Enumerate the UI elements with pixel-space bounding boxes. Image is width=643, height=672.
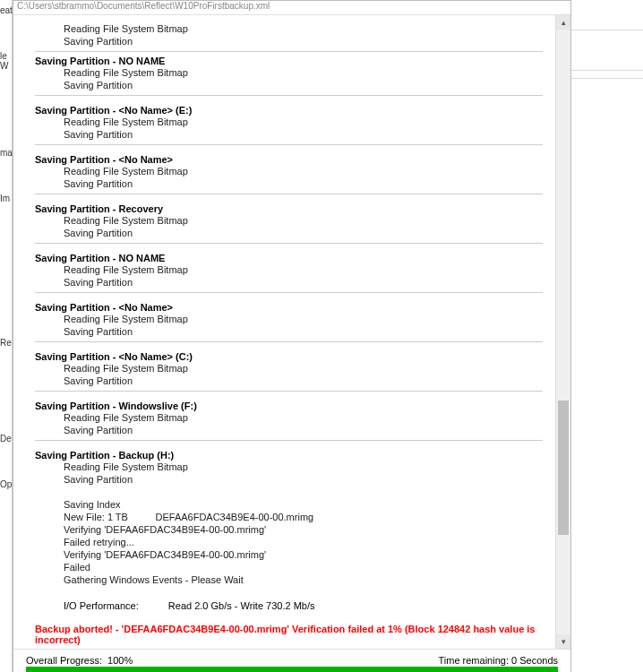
section-title: Saving Partition - <No Name> (C:) (35, 348, 543, 362)
background-sidebar-fragment: eat le W ma Im Re De Op (0, 0, 13, 672)
bg-text: Re (0, 338, 12, 348)
detail-line: Failed (64, 561, 543, 573)
bg-text: Im (0, 194, 12, 203)
bg-text: Op (0, 479, 12, 489)
log-area: Reading File System Bitmap Saving Partit… (13, 15, 555, 649)
section-title: Saving Partition - <No Name> (35, 298, 543, 313)
section-sub-line: Reading File System Bitmap (35, 165, 543, 177)
section-sub-line: Saving Partition (35, 128, 543, 141)
log-section: Saving Partition - <No Name> (C:)Reading… (35, 348, 543, 392)
section-sub-line: Saving Partition (35, 325, 543, 338)
log-section: Saving Partition - Windowslive (F:)Readi… (35, 397, 543, 441)
section-title: Saving Partition - Recovery (35, 200, 543, 214)
log-section: Saving Partition - <No Name>Reading File… (35, 298, 543, 342)
section-sub-line: Saving Partition (35, 79, 543, 91)
bg-text: De (0, 434, 12, 444)
section-sub-line: Reading File System Bitmap (35, 66, 543, 79)
log-section: Saving Partition - Backup (H:)Reading Fi… (35, 446, 543, 486)
detail-line: Verifying 'DEFAA6FDAC34B9E4-00-00.mrimg' (64, 523, 543, 536)
section-sub-line: Reading File System Bitmap (35, 116, 543, 128)
bg-text: le W (0, 51, 12, 71)
section-sub-line: Reading File System Bitmap (35, 263, 543, 276)
log-section: Saving Partition - NO NAMEReading File S… (35, 249, 543, 293)
bg-text: eat (0, 5, 12, 15)
io-performance: I/O Performance: Read 2.0 Gb/s - Write 7… (35, 600, 543, 611)
definition-path: C:\Users\stbrammo\Documents\Reflect\W10P… (13, 1, 570, 15)
io-label: I/O Performance: (64, 600, 139, 611)
section-sub-line: Reading File System Bitmap (35, 461, 543, 473)
log-scrollbar[interactable]: ▴ ▾ (555, 15, 570, 649)
section-sub-line: Saving Partition (35, 473, 543, 486)
overall-time-label: Time remaining: (439, 655, 509, 666)
progress-area: Overall Progress: 100% Time remaining: 0… (13, 649, 570, 672)
log-section: Saving Partition - NO NAMEReading File S… (35, 52, 543, 96)
section-sub-line: Reading File System Bitmap (35, 411, 543, 424)
backup-dialog: C:\Users\stbrammo\Documents\Reflect\W10P… (13, 0, 571, 672)
section-sub-line: Saving Partition (35, 424, 543, 436)
detail-line: Verifying 'DEFAA6FDAC34B9E4-00-00.mrimg' (64, 548, 543, 561)
detail-line: Failed retrying... (64, 536, 543, 548)
section-sub-line: Saving Partition (35, 227, 543, 239)
scroll-thumb[interactable] (558, 401, 569, 535)
overall-value: 100% (107, 655, 133, 666)
io-value: Read 2.0 Gb/s - Write 730.2 Mb/s (168, 600, 315, 611)
section-title: Saving Partition - <No Name> (E:) (35, 101, 543, 116)
log-details: Saving IndexNew File: 1 TB DEFAA6FDAC34B… (35, 498, 543, 586)
background-right-fragment (571, 0, 643, 672)
detail-line: New File: 1 TB DEFAA6FDAC34B9E4-00-00.mr… (64, 511, 543, 523)
overall-time-value: 0 Seconds (511, 655, 558, 666)
log-line: Reading File System Bitmap (35, 22, 543, 35)
detail-line: Saving Index (64, 498, 543, 511)
scroll-up-icon[interactable]: ▴ (556, 15, 570, 30)
error-message: Backup aborted! - 'DEFAA6FDAC34B9E4-00-0… (35, 624, 543, 645)
section-sub-line: Reading File System Bitmap (35, 214, 543, 227)
overall-label: Overall Progress: (26, 655, 102, 666)
scroll-down-icon[interactable]: ▾ (556, 634, 570, 649)
detail-line: Gathering Windows Events - Please Wait (64, 573, 543, 586)
bg-text: ma (0, 148, 12, 158)
overall-progress-bar (26, 667, 558, 672)
section-sub-line: Reading File System Bitmap (35, 362, 543, 375)
log-section: Saving Partition - RecoveryReading File … (35, 200, 543, 244)
section-sub-line: Reading File System Bitmap (35, 313, 543, 325)
section-sub-line: Saving Partition (35, 375, 543, 387)
section-sub-line: Saving Partition (35, 276, 543, 289)
section-title: Saving Partition - NO NAME (35, 249, 543, 263)
section-title: Saving Partition - Windowslive (F:) (35, 397, 543, 411)
log-line: Saving Partition (35, 35, 543, 47)
section-title: Saving Partition - <No Name> (35, 151, 543, 165)
section-title: Saving Partition - NO NAME (35, 52, 543, 66)
log-section: Saving Partition - <No Name>Reading File… (35, 151, 543, 194)
section-title: Saving Partition - Backup (H:) (35, 446, 543, 461)
section-sub-line: Saving Partition (35, 177, 543, 190)
log-section: Saving Partition - <No Name> (E:)Reading… (35, 101, 543, 145)
